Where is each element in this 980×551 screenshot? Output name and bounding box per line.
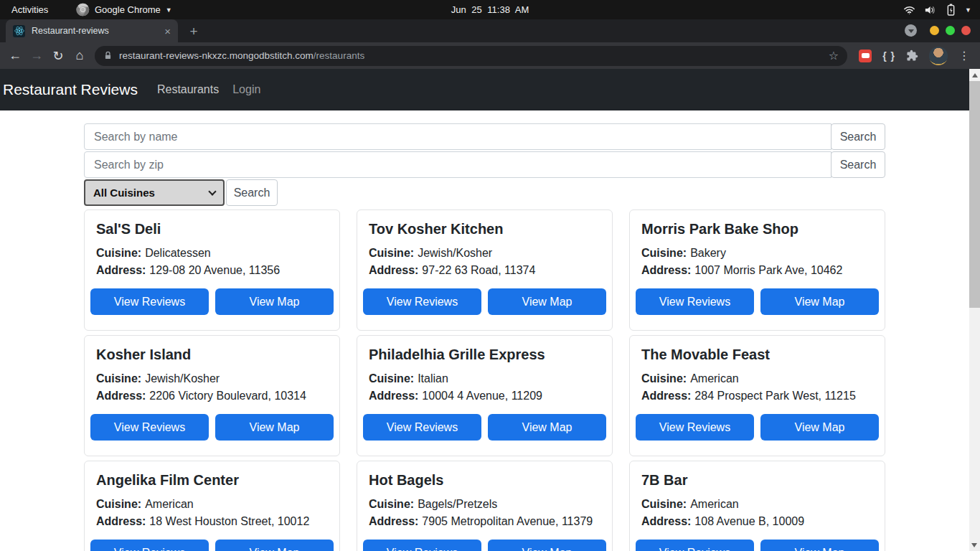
view-reviews-button[interactable]: View Reviews — [636, 288, 754, 315]
restaurant-cuisine: Cuisine:American — [641, 496, 873, 513]
browser-tab-strip: Restaurant-reviews × + — [0, 19, 980, 42]
view-map-button[interactable]: View Map — [488, 540, 606, 551]
search-name-button[interactable]: Search — [831, 123, 885, 150]
browser-tab[interactable]: Restaurant-reviews × — [6, 19, 178, 42]
view-reviews-button[interactable]: View Reviews — [90, 288, 209, 315]
search-cuisine-button[interactable]: Search — [226, 179, 278, 206]
restaurant-cuisine: Cuisine:American — [641, 370, 873, 387]
view-map-button[interactable]: View Map — [760, 288, 879, 315]
view-map-button[interactable]: View Map — [760, 540, 879, 551]
app-menu-button[interactable]: Google Chrome ▼ — [76, 0, 172, 19]
address-label: Address: — [369, 515, 418, 527]
site-brand[interactable]: Restaurant Reviews — [3, 81, 138, 98]
restaurant-name: 7B Bar — [641, 472, 873, 489]
restaurant-cuisine: Cuisine:Jewish/Kosher — [96, 370, 328, 387]
cuisine-value: Jewish/Kosher — [145, 372, 220, 385]
volume-icon — [925, 5, 937, 15]
restaurant-address: Address:129-08 20 Avenue, 11356 — [96, 262, 328, 279]
cuisine-value: Italian — [418, 372, 448, 385]
view-reviews-button[interactable]: View Reviews — [363, 288, 481, 315]
window-close-button[interactable] — [961, 26, 971, 35]
activities-button[interactable]: Activities — [11, 0, 48, 19]
scrollbar-thumb[interactable] — [969, 81, 980, 308]
red-extension-icon[interactable] — [859, 50, 872, 62]
address-value: 284 Prospect Park West, 11215 — [694, 390, 855, 402]
back-button[interactable]: ← — [4, 45, 26, 67]
scroll-up-arrow-icon[interactable] — [972, 73, 978, 77]
restaurant-name: Philadelhia Grille Express — [369, 347, 600, 363]
page-scrollbar[interactable] — [969, 69, 980, 551]
cuisine-label: Cuisine: — [96, 247, 141, 259]
braces-extension-icon[interactable]: { } — [882, 50, 895, 62]
chevron-down-icon — [208, 187, 216, 195]
restaurant-cuisine: Cuisine:American — [96, 496, 328, 513]
clock[interactable]: Jun 25 11:38 AM — [451, 0, 529, 19]
restaurant-name: Kosher Island — [96, 347, 328, 363]
tab-search-button[interactable] — [905, 24, 917, 37]
minimize-button[interactable] — [930, 26, 939, 35]
extension-glyph — [862, 53, 870, 58]
reload-button[interactable]: ↻ — [47, 45, 69, 67]
restaurant-name: Hot Bagels — [369, 472, 600, 489]
address-value: 10004 4 Avenue, 11209 — [422, 390, 542, 402]
system-tray[interactable]: ▼ — [903, 0, 971, 19]
address-value: 1007 Morris Park Ave, 10462 — [694, 264, 842, 276]
address-label: Address: — [369, 390, 418, 402]
restaurant-card: The Movable Feast Cuisine:American Addre… — [629, 335, 885, 456]
cuisine-value: Bagels/Pretzels — [418, 498, 497, 510]
address-bar[interactable]: restaurant-reviews-nkxzc.mongodbstitch.c… — [95, 46, 847, 66]
lock-icon[interactable] — [103, 51, 113, 60]
view-map-button[interactable]: View Map — [760, 414, 879, 441]
address-label: Address: — [641, 390, 691, 402]
search-name-input[interactable] — [84, 123, 831, 150]
address-value: 2206 Victory Boulevard, 10314 — [149, 390, 306, 402]
view-reviews-button[interactable]: View Reviews — [363, 540, 481, 551]
cuisine-label: Cuisine: — [641, 498, 687, 510]
react-favicon-icon — [13, 25, 25, 37]
url-domain: restaurant-reviews-nkxzc.mongodbstitch.c… — [119, 50, 314, 61]
nav-link-login[interactable]: Login — [232, 83, 260, 96]
view-map-button[interactable]: View Map — [215, 288, 334, 315]
page-content: Restaurant Reviews Restaurants Login Sea… — [0, 69, 969, 551]
url-path: /restaurants — [314, 50, 364, 61]
restaurant-cuisine: Cuisine:Bagels/Pretzels — [369, 496, 600, 513]
browser-menu-icon[interactable]: ⋮ — [958, 50, 970, 62]
new-tab-button[interactable]: + — [185, 23, 202, 40]
address-label: Address: — [96, 515, 146, 527]
view-map-button[interactable]: View Map — [215, 540, 334, 551]
view-reviews-button[interactable]: View Reviews — [90, 540, 209, 551]
view-map-button[interactable]: View Map — [488, 414, 606, 441]
scroll-down-arrow-icon[interactable] — [971, 543, 977, 547]
view-reviews-button[interactable]: View Reviews — [636, 540, 754, 551]
profile-avatar[interactable] — [929, 47, 948, 65]
address-label: Address: — [641, 264, 691, 276]
nav-link-restaurants[interactable]: Restaurants — [157, 83, 219, 96]
puzzle-extensions-icon[interactable] — [906, 50, 918, 62]
cuisine-label: Cuisine: — [369, 372, 414, 385]
forward-button[interactable]: → — [26, 45, 47, 67]
restaurant-grid: Sal'S Deli Cuisine:Delicatessen Address:… — [84, 209, 885, 551]
tab-close-icon[interactable]: × — [164, 26, 171, 37]
view-reviews-button[interactable]: View Reviews — [363, 414, 481, 441]
view-reviews-button[interactable]: View Reviews — [636, 414, 754, 441]
bookmark-star-icon[interactable]: ☆ — [829, 49, 839, 62]
home-button[interactable]: ⌂ — [69, 45, 90, 67]
search-zip-button[interactable]: Search — [831, 151, 885, 178]
search-zip-input[interactable] — [84, 151, 831, 178]
view-reviews-button[interactable]: View Reviews — [90, 414, 209, 441]
restaurant-address: Address:10004 4 Avenue, 11209 — [369, 387, 600, 405]
address-value: 108 Avenue B, 10009 — [694, 515, 804, 527]
cuisine-select[interactable]: All Cuisines — [84, 179, 225, 206]
cuisine-label: Cuisine: — [96, 372, 141, 385]
view-map-button[interactable]: View Map — [488, 288, 606, 315]
restaurant-address: Address:7905 Metropolitan Avenue, 11379 — [369, 513, 600, 530]
maximize-button[interactable] — [946, 26, 955, 35]
view-map-button[interactable]: View Map — [215, 414, 334, 441]
cuisine-value: Bakery — [690, 247, 726, 259]
cuisine-value: American — [690, 372, 739, 385]
search-section: Search Search All Cuisines Search — [84, 123, 885, 206]
address-value: 97-22 63 Road, 11374 — [422, 264, 535, 276]
address-label: Address: — [96, 390, 146, 402]
cuisine-label: Cuisine: — [96, 498, 141, 510]
address-label: Address: — [96, 264, 146, 276]
